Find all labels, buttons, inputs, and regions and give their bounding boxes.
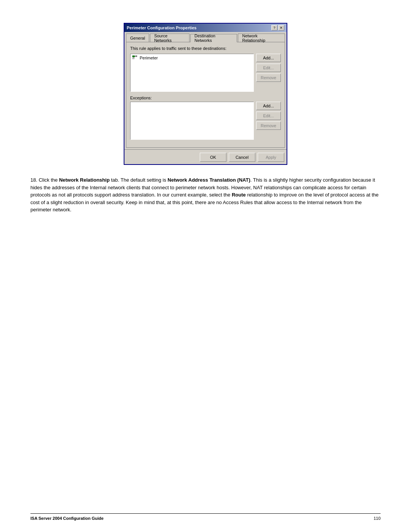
tab-destination-networks[interactable]: Destination Networks [190,34,237,42]
svg-rect-3 [132,58,134,59]
footer-right: 110 [374,516,381,521]
titlebar-buttons: ? ✕ [271,25,284,30]
cancel-button[interactable]: Cancel [229,153,255,162]
step-text-2: tab. The default setting is [110,177,167,183]
tab-general[interactable]: General [126,34,149,42]
footer-left: ISA Server 2004 Configuration Guide [30,516,104,521]
destinations-buttons: Add... Edit... Remove [256,54,281,92]
help-button[interactable]: ? [271,25,277,30]
destinations-listbox[interactable]: Perimeter [130,54,254,92]
exceptions-edit-button[interactable]: Edit... [256,112,281,120]
destinations-edit-button[interactable]: Edit... [256,64,281,72]
tab-network-relationship[interactable]: Network Relationship [238,34,285,42]
destinations-remove-button[interactable]: Remove [256,73,281,82]
ok-button[interactable]: OK [200,153,226,162]
step-number: 18. [30,177,37,183]
network-icon [132,55,138,61]
svg-rect-1 [135,56,137,57]
page-footer: ISA Server 2004 Configuration Guide 110 [30,513,381,521]
exceptions-section: Add... Edit... Remove [130,102,281,140]
step-bold-3: Route [232,192,246,198]
step-bold-1: Network Relationship [59,177,110,183]
list-item[interactable]: Perimeter [131,55,253,61]
destinations-section: Perimeter Add... Edit... Remove [130,54,281,92]
destinations-add-button[interactable]: Add... [256,54,281,62]
tab-source-networks[interactable]: Source Networks [150,34,190,42]
step-bold-2: Network Address Translation (NAT) [167,177,250,183]
exceptions-label: Exceptions: [130,96,281,100]
apply-button[interactable]: Apply [258,153,284,162]
description-text: This rule applies to traffic sent to the… [130,46,281,51]
dialog-title: Perimeter Configuration Properties [127,26,196,30]
dialog-footer: OK Cancel Apply [124,149,287,164]
step-paragraph: 18. Click the Network Relationship tab. … [30,176,381,214]
svg-rect-0 [132,56,135,57]
list-item-label: Perimeter [140,56,158,60]
step-text-1: Click the [39,177,59,183]
exceptions-add-button[interactable]: Add... [256,102,281,110]
close-button[interactable]: ✕ [278,25,284,30]
svg-line-2 [135,56,135,57]
exceptions-remove-button[interactable]: Remove [256,121,281,130]
exceptions-listbox[interactable] [130,102,254,140]
dialog-titlebar: Perimeter Configuration Properties ? ✕ [124,24,287,32]
exceptions-buttons: Add... Edit... Remove [256,102,281,140]
dialog-window: Perimeter Configuration Properties ? ✕ G… [124,23,287,165]
tab-content: This rule applies to traffic sent to the… [126,42,285,148]
tabs-row: General Source Networks Destination Netw… [124,32,287,42]
